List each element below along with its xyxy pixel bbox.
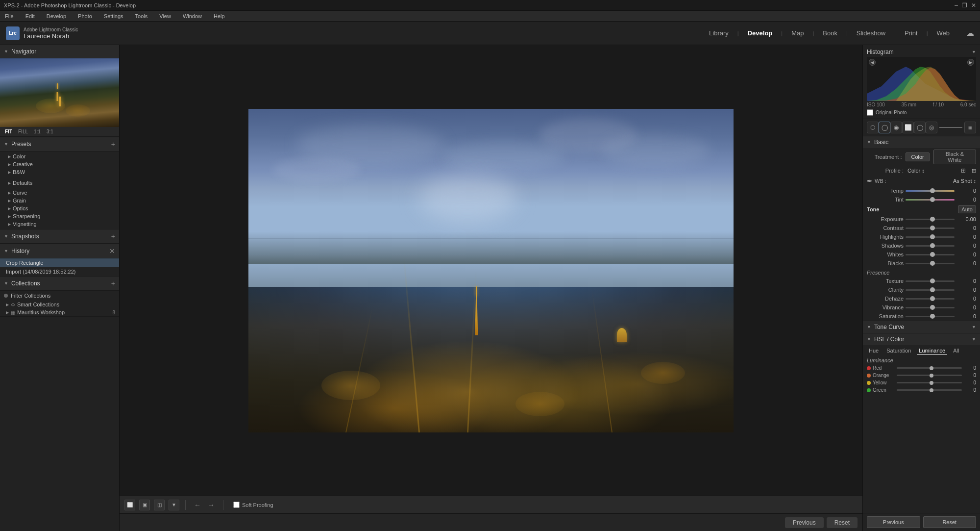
- menu-photo[interactable]: Photo: [76, 12, 94, 20]
- nav-tab-print[interactable]: Print: [898, 27, 925, 39]
- nav-tab-slideshow[interactable]: Slideshow: [850, 27, 892, 39]
- preset-optics[interactable]: ▶ Optics: [0, 204, 119, 212]
- red-luminance-slider[interactable]: [897, 367, 962, 369]
- history-item-import[interactable]: Import (14/08/2019 18:52:22): [0, 267, 119, 276]
- hsl-header[interactable]: ▼ HSL / Color ▼: [863, 333, 980, 345]
- hsl-tab-luminance[interactable]: Luminance: [917, 347, 947, 355]
- zoom-fill[interactable]: FILL: [16, 128, 30, 135]
- auto-tone-btn[interactable]: Auto: [958, 205, 976, 213]
- menu-view[interactable]: View: [157, 12, 173, 20]
- yellow-luminance-slider[interactable]: [897, 382, 962, 383]
- menu-edit[interactable]: Edit: [24, 12, 37, 20]
- hsl-tab-hue[interactable]: Hue: [867, 347, 881, 355]
- tone-curve-header[interactable]: ▼ Tone Curve ▼: [863, 321, 980, 333]
- vibrance-thumb[interactable]: [930, 305, 935, 310]
- orange-luminance-slider[interactable]: [897, 375, 962, 376]
- before-after-btn[interactable]: ▣: [139, 500, 150, 510]
- preset-grain[interactable]: ▶ Grain: [0, 197, 119, 204]
- tint-slider[interactable]: [906, 199, 955, 201]
- preset-vignetting[interactable]: ▶ Vignetting: [0, 220, 119, 228]
- histogram-chevron[interactable]: ▼: [972, 50, 976, 54]
- profile-value[interactable]: Color ↕: [907, 168, 957, 174]
- original-photo-checkbox[interactable]: [867, 109, 873, 116]
- nav-tab-book[interactable]: Book: [816, 27, 844, 39]
- clarity-slider[interactable]: [906, 289, 955, 291]
- nav-tab-map[interactable]: Map: [784, 27, 810, 39]
- soft-proofing-checkbox[interactable]: [233, 502, 240, 508]
- hsl-expand-icon[interactable]: ▼: [972, 337, 976, 342]
- dehaze-slider[interactable]: [906, 298, 955, 300]
- menu-tools[interactable]: Tools: [133, 12, 150, 20]
- previous-button[interactable]: Previous: [785, 517, 824, 528]
- redeye-tool[interactable]: ◉: [890, 122, 902, 133]
- green-luminance-slider[interactable]: [897, 389, 962, 391]
- wb-eyedropper[interactable]: ✒: [867, 177, 873, 185]
- saturation-thumb[interactable]: [930, 314, 935, 319]
- next-photo-btn[interactable]: →: [205, 500, 217, 510]
- wb-value[interactable]: As Shot ↕: [953, 178, 976, 184]
- zoom-fit[interactable]: FIT: [3, 128, 14, 135]
- menu-file[interactable]: File: [3, 12, 16, 20]
- reset-button[interactable]: Reset: [827, 517, 858, 528]
- hsl-mixer-icon[interactable]: ▦: [964, 122, 976, 133]
- hsl-tab-saturation[interactable]: Saturation: [884, 347, 913, 355]
- blacks-slider[interactable]: [906, 263, 955, 264]
- right-reset-button[interactable]: Reset: [923, 516, 977, 528]
- snapshots-add-button[interactable]: +: [111, 232, 115, 240]
- soft-proofing-label[interactable]: Soft Proofing: [242, 502, 273, 508]
- zoom-3-1[interactable]: 3:1: [45, 128, 55, 135]
- hsl-tab-all[interactable]: All: [951, 347, 961, 355]
- basic-header[interactable]: ▼ Basic: [863, 136, 980, 148]
- collections-add-button[interactable]: +: [111, 279, 115, 287]
- saturation-slider[interactable]: [906, 316, 955, 317]
- preset-sharpening[interactable]: ▶ Sharpening: [0, 212, 119, 220]
- presets-add-button[interactable]: +: [111, 140, 115, 148]
- radial-filter-tool[interactable]: ◯: [914, 122, 926, 133]
- tint-thumb[interactable]: [930, 197, 935, 202]
- blacks-thumb[interactable]: [930, 261, 935, 266]
- crop-tool[interactable]: ⬡: [867, 122, 879, 133]
- restore-button[interactable]: ❐: [962, 2, 967, 9]
- shadows-thumb[interactable]: [930, 243, 935, 248]
- green-luminance-thumb[interactable]: [930, 388, 933, 392]
- whites-slider[interactable]: [906, 254, 955, 255]
- clarity-thumb[interactable]: [930, 287, 935, 292]
- shadows-slider[interactable]: [906, 245, 955, 247]
- cloud-icon[interactable]: ☁: [966, 28, 974, 38]
- bw-treatment-btn[interactable]: Black & White: [933, 150, 976, 164]
- texture-slider[interactable]: [906, 280, 955, 282]
- filter-collections[interactable]: Filter Collections: [0, 291, 119, 301]
- color-treatment-btn[interactable]: Color: [906, 152, 929, 161]
- history-clear-button[interactable]: ✕: [109, 247, 115, 255]
- gradient-filter-tool[interactable]: ⬜: [902, 122, 914, 133]
- highlights-thumb[interactable]: [930, 234, 935, 239]
- red-luminance-thumb[interactable]: [930, 366, 933, 370]
- close-button[interactable]: ✕: [971, 2, 976, 9]
- menu-settings[interactable]: Settings: [102, 12, 125, 20]
- shadows-clipping-btn[interactable]: ◀: [869, 59, 876, 66]
- preset-bw[interactable]: ▶ B&W: [0, 168, 119, 176]
- dehaze-thumb[interactable]: [930, 296, 935, 301]
- profile-browse-icon[interactable]: ⊞: [972, 168, 976, 174]
- prev-photo-btn[interactable]: ←: [192, 500, 203, 510]
- tone-curve-expand-icon[interactable]: ▼: [972, 325, 976, 329]
- crop-overlay-btn[interactable]: ⬜: [124, 500, 135, 510]
- collection-mauritius[interactable]: ▶ ▦ Mauritius Workshop 8: [0, 308, 119, 316]
- menu-help[interactable]: Help: [212, 12, 227, 20]
- nav-tab-library[interactable]: Library: [702, 27, 735, 39]
- compare-btn[interactable]: ◫: [154, 500, 165, 510]
- history-header[interactable]: ▼ History ✕: [0, 244, 119, 258]
- preset-curve[interactable]: ▶ Curve: [0, 189, 119, 197]
- presets-header[interactable]: ▼ Presets +: [0, 137, 119, 152]
- menu-window[interactable]: Window: [181, 12, 204, 20]
- preset-creative[interactable]: ▶ Creative: [0, 160, 119, 168]
- adjustment-brush-tool[interactable]: ◎: [926, 122, 937, 133]
- contrast-slider[interactable]: [906, 228, 955, 229]
- navigator-header[interactable]: ▼ Navigator: [0, 45, 119, 58]
- original-photo-label[interactable]: Original Photo: [876, 110, 906, 115]
- collection-smart[interactable]: ▶ ⚙ Smart Collections: [0, 301, 119, 308]
- zoom-1-1[interactable]: 1:1: [32, 128, 43, 135]
- preset-color[interactable]: ▶ Color: [0, 152, 119, 160]
- spot-removal-tool[interactable]: ◯: [879, 122, 890, 133]
- highlights-clipping-btn[interactable]: ▶: [967, 59, 974, 66]
